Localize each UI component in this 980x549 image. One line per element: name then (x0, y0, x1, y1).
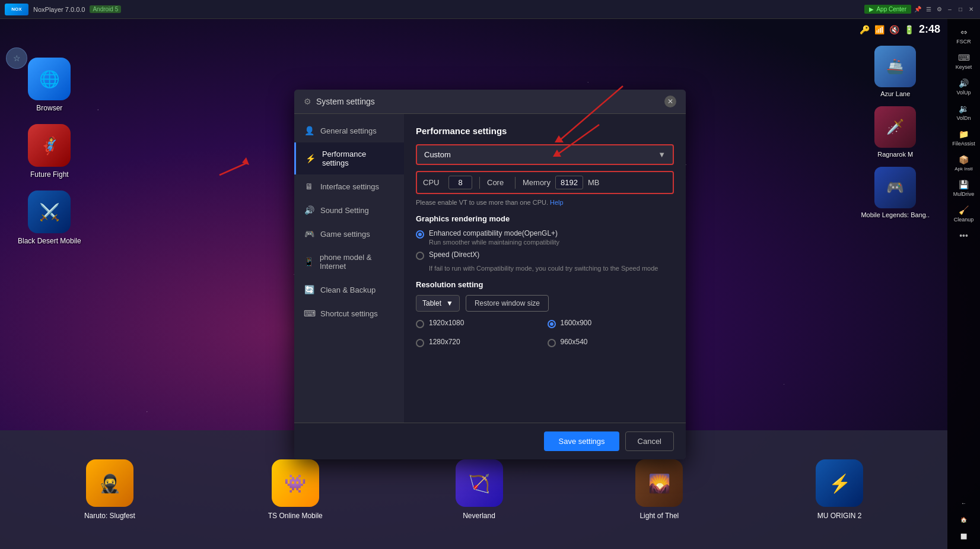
dialog-title-icon: ⚙ (304, 97, 311, 106)
radio-enhanced-text: Enhanced compatibility mode(OpenGL+) Run… (429, 229, 674, 246)
radio-speed[interactable]: Speed (DirectX) (416, 250, 674, 260)
resolution-select[interactable]: Tablet ▼ (416, 295, 460, 312)
interface-nav-label: Interface settings (320, 182, 379, 191)
radio-1920-dot[interactable] (416, 320, 424, 328)
dialog-titlebar: ⚙ System settings ✕ (294, 90, 686, 114)
resource-separator (479, 177, 480, 189)
mb-label: MB (588, 178, 609, 187)
resolution-grid: 1920x1080 1600x900 1280x720 960x540 (416, 319, 674, 352)
core-label: Core (487, 178, 508, 187)
radio-enhanced[interactable]: Enhanced compatibility mode(OpenGL+) Run… (416, 229, 674, 246)
dialog-title-text: System settings (316, 97, 375, 106)
sound-nav-label: Sound Setting (320, 206, 369, 215)
enhanced-label: Enhanced compatibility mode(OpenGL+) (429, 229, 674, 237)
game-nav-label: Game settings (320, 230, 370, 239)
general-nav-icon: 👤 (304, 126, 314, 135)
restore-window-btn[interactable]: Restore window size (466, 295, 549, 312)
resolution-preset-value: Tablet (422, 299, 441, 307)
res-1280-label: 1280x720 (429, 338, 460, 346)
preset-dropdown[interactable]: Custom ▼ (416, 144, 674, 165)
radio-res-1920[interactable]: 1920x1080 (416, 319, 543, 328)
fallback-note: If fail to run with Compatibility mode, … (429, 265, 674, 272)
nav-interface[interactable]: 🖥 Interface settings (294, 174, 404, 198)
dialog-body: 👤 General settings ⚡ Performance setting… (294, 114, 686, 423)
radio-res-1600[interactable]: 1600x900 (548, 319, 674, 328)
resource-row: CPU 8 Core Memory 8192 MB (416, 171, 674, 194)
interface-nav-icon: 🖥 (304, 182, 314, 191)
section-title: Performance settings (416, 126, 674, 136)
sound-nav-icon: 🔊 (304, 205, 314, 215)
nav-sound[interactable]: 🔊 Sound Setting (294, 198, 404, 222)
graphics-section-title: Graphics rendering mode (416, 214, 674, 223)
radio-res-960[interactable]: 960x540 (548, 338, 674, 347)
save-settings-button[interactable]: Save settings (544, 431, 619, 451)
radio-speed-dot[interactable] (416, 252, 424, 260)
memory-value: 8192 (555, 176, 583, 189)
nav-performance[interactable]: ⚡ Performance settings (294, 142, 404, 174)
nav-general[interactable]: 👤 General settings (294, 119, 404, 142)
radio-speed-text: Speed (DirectX) (429, 250, 674, 259)
general-nav-label: General settings (320, 126, 377, 135)
backup-nav-label: Clean & Backup (320, 285, 376, 294)
nav-phone[interactable]: 📱 phone model & Internet (294, 246, 404, 278)
memory-label: Memory (523, 178, 551, 187)
resolution-row: Tablet ▼ Restore window size (416, 295, 674, 312)
preset-arrow-icon: ▼ (658, 150, 666, 159)
nav-game[interactable]: 🎮 Game settings (294, 222, 404, 246)
speed-label: Speed (DirectX) (429, 250, 674, 259)
dialog-close-button[interactable]: ✕ (664, 96, 676, 107)
settings-dialog: ⚙ System settings ✕ 👤 General settings ⚡… (294, 90, 686, 459)
radio-1600-dot[interactable] (548, 320, 556, 328)
shortcut-nav-label: Shortcut settings (320, 309, 378, 318)
dialog-nav: 👤 General settings ⚡ Performance setting… (294, 114, 404, 423)
shortcut-nav-icon: ⌨ (304, 309, 314, 318)
backup-nav-icon: 🔄 (304, 285, 314, 294)
enhanced-sub: Run smoother while maintaining compatibi… (429, 239, 674, 246)
res-960-label: 960x540 (561, 338, 588, 346)
phone-nav-label: phone model & Internet (320, 253, 394, 271)
dialog-content: Performance settings Custom ▼ CPU 8 Core… (404, 114, 686, 423)
preset-value: Custom (424, 150, 451, 159)
performance-nav-label: Performance settings (322, 150, 394, 167)
res-1920-label: 1920x1080 (429, 319, 464, 327)
radio-960-dot[interactable] (548, 339, 556, 347)
radio-1280-dot[interactable] (416, 339, 424, 347)
resource-separator-2 (515, 177, 516, 189)
cancel-button[interactable]: Cancel (625, 431, 674, 451)
radio-enhanced-dot[interactable] (416, 230, 424, 239)
cpu-value: 8 (448, 176, 472, 189)
game-nav-icon: 🎮 (304, 229, 314, 239)
vt-help-link[interactable]: Help (550, 199, 564, 206)
resolution-select-arrow: ▼ (446, 299, 453, 307)
nav-shortcut[interactable]: ⌨ Shortcut settings (294, 302, 404, 325)
phone-nav-icon: 📱 (304, 257, 314, 266)
vt-note: Please enable VT to use more than one CP… (416, 199, 674, 206)
radio-res-1280[interactable]: 1280x720 (416, 338, 543, 347)
cpu-label: CPU (423, 178, 444, 187)
nav-backup[interactable]: 🔄 Clean & Backup (294, 278, 404, 302)
dialog-footer: Save settings Cancel (294, 423, 686, 459)
resolution-section-title: Resolution setting (416, 280, 674, 289)
res-1600-label: 1600x900 (561, 319, 592, 327)
modal-overlay: ⚙ System settings ✕ 👤 General settings ⚡… (0, 0, 980, 549)
performance-nav-icon: ⚡ (306, 154, 316, 163)
